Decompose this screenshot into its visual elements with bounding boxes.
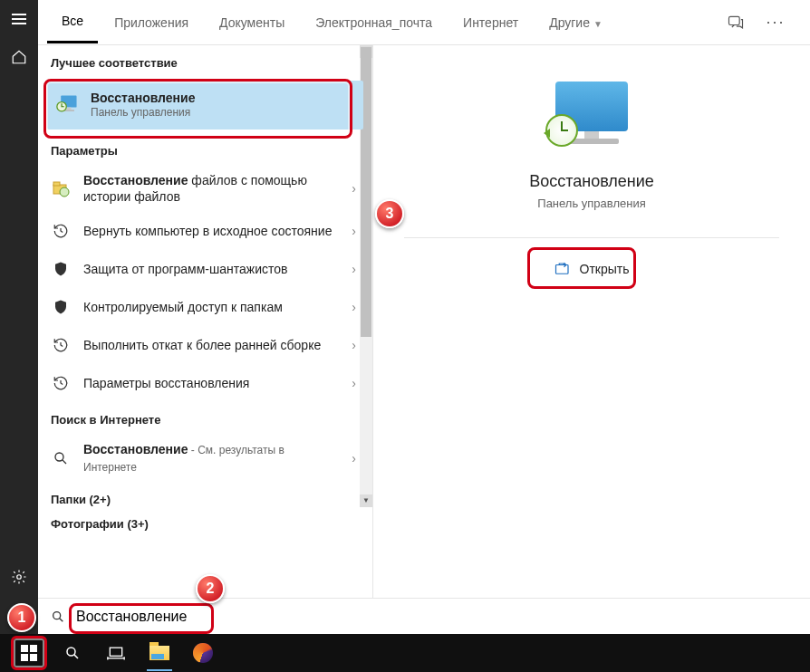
more-icon[interactable]: ··· — [759, 6, 792, 39]
svg-rect-19 — [110, 648, 121, 656]
sidebar — [0, 0, 38, 634]
details-sub: Панель управления — [537, 197, 645, 210]
section-photos: Фотографии (3+) — [38, 514, 372, 538]
search-icon — [51, 610, 65, 624]
search-icon — [49, 446, 72, 470]
start-button[interactable] — [9, 634, 49, 672]
open-icon — [554, 262, 571, 276]
chevron-right-icon: › — [346, 224, 362, 238]
svg-point-0 — [17, 575, 22, 580]
section-params: Параметры — [38, 133, 372, 165]
svg-point-10 — [60, 187, 69, 197]
result-ransomware[interactable]: Защита от программ-шантажистов › — [38, 250, 372, 288]
best-title: Восстановление — [91, 90, 354, 106]
home-icon[interactable] — [0, 38, 38, 76]
section-best-match: Лучшее соответствие — [38, 45, 372, 77]
recovery-cp-icon — [56, 93, 80, 117]
result-best-match[interactable]: Восстановление Панель управления — [47, 81, 363, 130]
tab-other[interactable]: Другие▼ — [535, 3, 617, 43]
results-column: ▲ ▼ Лучшее соответствие Восстановление — [38, 45, 373, 634]
chevron-right-icon: › — [346, 262, 362, 276]
callout-1: 1 — [7, 603, 36, 632]
divider — [404, 237, 780, 238]
result-controlled-access[interactable]: Контролируемый доступ к папкам › — [38, 288, 372, 326]
recovery-large-icon — [542, 82, 641, 154]
best-sub: Панель управления — [91, 106, 354, 120]
tab-email[interactable]: Электронная_почта — [301, 3, 447, 43]
svg-rect-9 — [53, 182, 60, 186]
main: Все Приложения Документы Электронная_поч… — [38, 0, 810, 634]
item-text: Параметры восстановления — [83, 375, 335, 391]
tabs: Все Приложения Документы Электронная_поч… — [38, 0, 810, 45]
open-button[interactable]: Открыть — [538, 254, 646, 283]
item-strong: Восстановление — [83, 173, 188, 187]
search-row — [38, 598, 810, 634]
svg-rect-12 — [555, 265, 568, 274]
chevron-down-icon: ▼ — [593, 19, 603, 29]
result-reset-pc[interactable]: Вернуть компьютер в исходное состояние › — [38, 212, 372, 250]
details-title: Восстановление — [529, 172, 654, 191]
chevron-right-icon: › — [346, 300, 362, 314]
history-icon — [49, 219, 72, 243]
item-text: Защита от программ-шантажистов — [83, 261, 335, 277]
tab-all[interactable]: Все — [47, 1, 98, 43]
svg-rect-3 — [729, 16, 740, 24]
feedback-icon[interactable] — [719, 6, 752, 39]
chevron-right-icon: › — [346, 338, 362, 352]
item-text: Выполнить откат к более ранней сборке — [83, 337, 335, 353]
taskbar — [0, 634, 810, 672]
svg-rect-5 — [66, 107, 71, 110]
result-recovery-params[interactable]: Параметры восстановления › — [38, 364, 372, 402]
tab-docs[interactable]: Документы — [205, 3, 299, 43]
tab-internet[interactable]: Интернет — [448, 3, 533, 43]
file-explorer-button[interactable] — [140, 634, 179, 672]
svg-rect-17 — [30, 654, 37, 661]
history-icon — [49, 371, 72, 395]
file-history-icon — [49, 177, 72, 200]
shield-icon — [49, 257, 72, 281]
taskbar-search-button[interactable] — [53, 634, 92, 672]
scroll-down-arrow[interactable]: ▼ — [360, 494, 372, 507]
task-view-button[interactable] — [96, 634, 136, 672]
history-icon — [49, 333, 72, 357]
chevron-right-icon: › — [346, 376, 362, 390]
section-folders: Папки (2+) — [38, 482, 372, 514]
details-column: Восстановление Панель управления Открыть — [373, 45, 810, 634]
tab-apps[interactable]: Приложения — [100, 3, 203, 43]
shield-icon — [49, 295, 72, 319]
web-strong: Восстановление — [83, 442, 188, 456]
section-web: Поиск в Интернете — [38, 402, 372, 434]
result-web-search[interactable]: Восстановление - См. результаты в Интерн… — [38, 434, 372, 482]
item-text: Вернуть компьютер в исходное состояние — [83, 223, 335, 239]
tab-other-label: Другие — [549, 15, 590, 30]
callout-2: 2 — [196, 574, 225, 603]
item-text: Контролируемый доступ к папкам — [83, 299, 335, 315]
chevron-right-icon: › — [346, 451, 362, 466]
svg-point-11 — [55, 453, 63, 461]
result-rollback[interactable]: Выполнить откат к более ранней сборке › — [38, 326, 372, 364]
svg-rect-15 — [30, 645, 37, 652]
result-file-history[interactable]: Восстановление файлов с помощью истории … — [38, 165, 372, 212]
svg-point-18 — [67, 648, 75, 656]
svg-rect-14 — [21, 645, 28, 652]
chevron-right-icon: › — [346, 181, 362, 196]
firefox-button[interactable] — [183, 634, 223, 672]
hamburger-icon[interactable] — [0, 0, 38, 38]
callout-3: 3 — [375, 199, 404, 228]
svg-rect-16 — [21, 654, 28, 661]
settings-icon[interactable] — [0, 558, 38, 596]
open-label: Открыть — [580, 262, 630, 276]
svg-point-13 — [53, 611, 61, 619]
search-input[interactable] — [76, 609, 348, 625]
